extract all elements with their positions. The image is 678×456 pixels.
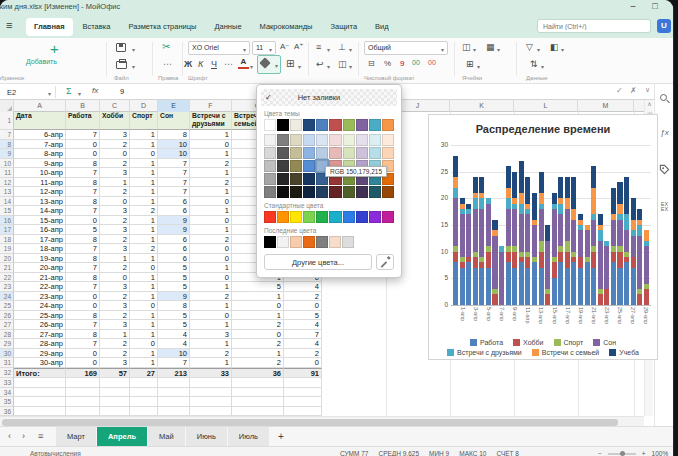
cell[interactable]: 3 [100,225,130,235]
cell[interactable]: 8 [66,235,100,245]
cell[interactable]: 2 [100,187,130,197]
cell[interactable]: 1 [190,282,232,292]
insert-cells-icon[interactable]: ⊞ [466,59,474,69]
cell[interactable]: 0 [190,216,232,226]
menu-tab-Вставка[interactable]: Вставка [75,18,119,36]
row-number[interactable]: 24 [0,292,14,302]
cell[interactable]: 2 [100,159,130,169]
cell[interactable]: 0 [66,292,100,302]
cell[interactable]: 5 [158,282,190,292]
insert-function-icon[interactable]: fx [92,86,98,95]
cell[interactable] [130,388,158,398]
color-swatch[interactable] [277,160,289,172]
color-swatch[interactable] [303,134,315,146]
merge-range-caret-icon[interactable]: ▾ [473,46,476,53]
save-icon[interactable] [116,43,126,52]
cell[interactable]: 8 [66,311,100,321]
cell[interactable]: 0 [232,330,284,340]
menu-tab-Разметка страницы[interactable]: Разметка страницы [120,18,204,36]
cell[interactable]: 5 [284,311,322,321]
cell[interactable]: 1 [190,130,232,140]
cell[interactable] [14,388,66,398]
cell[interactable]: 2 [284,292,322,302]
merge-range-icon[interactable]: ◫ [462,42,471,52]
chart-panel[interactable]: Распределение времени 051015202530 1-апр… [428,114,658,360]
column-header-K[interactable]: K [450,100,514,112]
cell[interactable]: 1 [190,358,232,368]
color-swatch[interactable] [382,134,394,146]
cell[interactable] [232,397,284,407]
cell[interactable]: 7 [158,187,190,197]
cell[interactable]: 0 [130,149,158,159]
cell[interactable]: 1 [130,235,158,245]
cell[interactable]: 10 [158,140,190,150]
bold-button[interactable]: Ж [184,59,192,69]
cell[interactable]: 0 [284,358,322,368]
cell-date[interactable]: 29-апр [14,349,66,359]
cell[interactable]: 2 [100,339,130,349]
cell[interactable]: 4 [284,339,322,349]
formula-value[interactable]: 9 [120,87,124,96]
cell[interactable]: 7 [66,187,100,197]
cell[interactable] [158,397,190,407]
cell[interactable]: 7 [66,206,100,216]
cell[interactable] [100,407,130,417]
cell[interactable] [284,378,322,388]
merge-cells-caret-icon[interactable]: ▾ [349,63,352,70]
cell[interactable]: 4 [158,339,190,349]
cell[interactable]: 2 [190,178,232,188]
color-swatch[interactable] [369,147,381,159]
cell-date[interactable]: 17-апр [14,235,66,245]
cell[interactable]: 2 [190,292,232,302]
color-swatch[interactable] [343,119,355,131]
cell[interactable]: 0 [190,273,232,283]
cell[interactable]: 1 [130,187,158,197]
cell[interactable]: 2 [100,216,130,226]
cell[interactable]: 1 [130,330,158,340]
cell[interactable]: 6 [158,197,190,207]
header-cell[interactable]: Сон [158,112,190,130]
cell[interactable] [100,378,130,388]
cell-date[interactable]: 7-апр [14,140,66,150]
cell[interactable] [190,388,232,398]
cell[interactable] [232,388,284,398]
cell[interactable]: 3 [100,206,130,216]
cancel-icon[interactable]: ✗ [630,86,637,95]
cell[interactable]: 1 [130,197,158,207]
column-header-L[interactable]: L [514,100,578,112]
color-swatch[interactable] [329,211,341,223]
cell[interactable]: 1 [130,225,158,235]
cell[interactable]: 3 [100,320,130,330]
cell-date[interactable]: 26-апр [14,320,66,330]
row-number[interactable]: 27 [0,320,14,330]
cell[interactable] [190,397,232,407]
color-swatch[interactable] [277,119,289,131]
color-swatch[interactable] [277,211,289,223]
menu-tab-Главная[interactable]: Главная [26,18,73,36]
cell[interactable]: 1 [130,311,158,321]
comma-format-icon[interactable]: 9 [400,59,404,68]
color-swatch[interactable] [329,186,341,198]
cell[interactable]: 5 [158,273,190,283]
cell[interactable]: 0 [284,301,322,311]
color-swatch[interactable] [277,236,289,248]
cell[interactable]: 2 [100,292,130,302]
cell[interactable]: 1 [190,301,232,311]
row-number[interactable]: 20 [0,254,14,264]
prev-sheet-icon[interactable]: ‹ [8,431,11,441]
align-vertical-icon[interactable]: ⊥ [338,42,346,52]
cell[interactable]: 10 [158,349,190,359]
color-swatch[interactable] [343,147,355,159]
scroll-up-icon[interactable]: ∧ [645,100,654,107]
row-number[interactable]: 21 [0,263,14,273]
color-swatch[interactable] [290,186,302,198]
row-number[interactable]: 9 [0,149,14,159]
menu-tab-Защита[interactable]: Защита [322,18,365,36]
column-header-C[interactable]: C [100,100,130,112]
color-swatch[interactable] [382,186,394,198]
wrap-text-icon[interactable]: ↩ [316,59,324,69]
color-swatch[interactable] [290,119,302,131]
color-swatch[interactable] [369,134,381,146]
cell[interactable]: 4 [158,330,190,340]
header-cell[interactable]: Встречи с друзьями [190,112,232,130]
